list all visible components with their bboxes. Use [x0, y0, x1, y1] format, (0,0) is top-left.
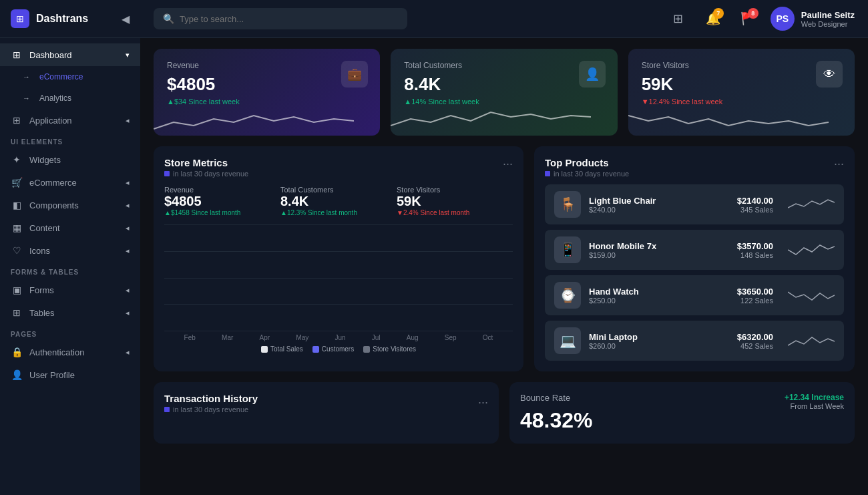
sidebar-item-application[interactable]: ⊞Application ◂	[0, 109, 140, 132]
search-box[interactable]: 🔍	[154, 8, 407, 29]
product-revenue-laptop: $6320.00 452 Sales	[737, 332, 773, 350]
metrics-sub-row: Revenue $4805 ▲$1458 Since last month To…	[164, 186, 513, 216]
sidebar-item-analytics[interactable]: →Analytics	[0, 88, 140, 109]
user-role: Web Designer	[801, 20, 855, 28]
sidebar-item-icons[interactable]: ♡Icons ◂	[0, 239, 140, 262]
transaction-subtitle: in last 30 days revenue	[164, 405, 258, 414]
arrow-icon: →	[23, 94, 30, 102]
lock-icon: 🔒	[11, 347, 23, 357]
sidebar-logo: ⊞ Dashtrans ◀	[0, 0, 140, 38]
customers-card: Total Customers 8.4K ▲14% Since last wee…	[391, 49, 617, 136]
pages-section-label: PAGES	[0, 324, 140, 341]
product-revenue-watch: $3650.00 122 Sales	[737, 287, 773, 305]
product-info-chair: Light Blue Chair $240.00	[589, 196, 729, 214]
avatar: PS	[771, 7, 795, 31]
arrow-icon: →	[23, 73, 30, 81]
chevron-right-icon: ◂	[126, 309, 130, 317]
sidebar-item-widgets[interactable]: ✦Widgets	[0, 148, 140, 171]
main-area: 🔍 ⊞ 🔔 7 🚩 8 PS Pauline Seitz Web Designe…	[140, 0, 868, 495]
bounce-increase: +12.34 Increase	[785, 393, 844, 402]
sidebar-nav: ⊞Dashboard ▾ →eCommerce →Analytics ⊞Appl…	[0, 38, 140, 495]
search-icon: 🔍	[163, 13, 174, 24]
subtitle-dot	[164, 171, 170, 176]
notifications-button[interactable]: 🔔 7	[701, 7, 725, 31]
product-revenue-mobile: $3570.00 148 Sales	[737, 241, 773, 259]
chevron-right-icon: ◂	[126, 286, 130, 295]
chevron-down-icon: ▾	[126, 51, 130, 59]
chevron-right-icon: ◂	[126, 348, 130, 357]
sidebar-item-ecommerce2[interactable]: 🛒eCommerce ◂	[0, 171, 140, 194]
user-name: Pauline Seitz	[801, 10, 855, 20]
legend-customers-dot	[312, 346, 319, 353]
messages-badge: 8	[748, 8, 758, 19]
components-icon: ◧	[11, 200, 23, 210]
store-metrics-subtitle: in last 30 days revenue	[164, 170, 248, 178]
chevron-right-icon: ◂	[126, 116, 130, 125]
product-icon-chair: 🪑	[554, 191, 581, 218]
sidebar-item-forms[interactable]: ▣Forms ◂	[0, 279, 140, 301]
product-item-mobile: 📱 Honor Mobile 7x $159.00 $3570.00 148 S…	[545, 230, 844, 270]
cart-icon: 🛒	[11, 177, 23, 188]
legend-customers: Customers	[312, 345, 354, 353]
visitors-label: Store Visitors	[642, 61, 841, 70]
search-input[interactable]	[180, 14, 398, 24]
sidebar-item-tables[interactable]: ⊞Tables ◂	[0, 301, 140, 324]
legend-store-visitors: Store Visitores	[363, 345, 416, 353]
metric-visitors: Store Visitors 59K ▼2.4% Since last mont…	[397, 186, 513, 216]
store-metrics-panel: Store Metrics in last 30 days revenue ··…	[154, 146, 523, 371]
sidebar-item-dashboard[interactable]: ⊞Dashboard ▾	[0, 43, 140, 66]
sidebar-item-content[interactable]: ▦Content ◂	[0, 216, 140, 239]
header: 🔍 ⊞ 🔔 7 🚩 8 PS Pauline Seitz Web Designe…	[140, 0, 868, 38]
content-icon: ▦	[11, 222, 23, 233]
tables-icon: ⊞	[11, 307, 23, 318]
user-profile-button[interactable]: PS Pauline Seitz Web Designer	[771, 7, 855, 31]
header-right: ⊞ 🔔 7 🚩 8 PS Pauline Seitz Web Designer	[666, 7, 855, 31]
visitors-card: Store Visitors 59K ▼12.4% Since last wee…	[628, 49, 855, 136]
sidebar-item-ecommerce[interactable]: →eCommerce	[0, 66, 140, 88]
logo: ⊞ Dashtrans	[11, 9, 88, 28]
transaction-more-button[interactable]: ...	[478, 393, 488, 407]
chart-x-labels: Feb Mar Apr May Jun Jul Aug Sep Oct	[164, 331, 513, 341]
store-metrics-title: Store Metrics	[164, 157, 248, 168]
store-metrics-header: Store Metrics in last 30 days revenue ··…	[164, 157, 513, 178]
product-sparkline-mobile	[788, 240, 835, 260]
transaction-history-panel: Transaction History in last 30 days reve…	[154, 382, 499, 444]
grid-button[interactable]: ⊞	[666, 7, 690, 31]
top-products-subtitle: in last 30 days revenue	[545, 170, 629, 178]
app-name: Dashtrans	[36, 13, 88, 25]
sidebar-item-components[interactable]: ◧Components ◂	[0, 194, 140, 216]
product-item-watch: ⌚ Hand Watch $250.00 $3650.00 122 Sales	[545, 275, 844, 315]
sidebar-item-authentication[interactable]: 🔒Authentication ◂	[0, 341, 140, 363]
notifications-badge: 7	[713, 8, 724, 19]
bar-chart: Feb Mar Apr May Jun Jul Aug Sep Oct Tota	[164, 224, 513, 358]
visitors-value: 59K	[642, 74, 841, 95]
customers-label: Total Customers	[404, 61, 604, 70]
top-products-more-button[interactable]: ···	[834, 157, 844, 171]
chart-legend: Total Sales Customers Store Visitores	[164, 345, 513, 353]
store-metrics-more-button[interactable]: ···	[503, 157, 513, 171]
chevron-right-icon: ◂	[126, 201, 130, 210]
subtitle-dot	[545, 171, 550, 176]
sidebar-item-user-profile[interactable]: 👤User Profile	[0, 363, 140, 386]
revenue-icon: 💼	[341, 61, 368, 88]
logo-icon: ⊞	[11, 9, 29, 28]
product-revenue-chair: $2140.00 345 Sales	[737, 196, 773, 214]
bounce-rate-panel: Bounce Rate 48.32% +12.34 Increase From …	[509, 382, 855, 444]
top-products-title: Top Products	[545, 157, 629, 168]
content-area: Revenue $4805 ▲$34 Since last week 💼 Tot…	[140, 38, 868, 495]
messages-button[interactable]: 🚩 8	[736, 7, 760, 31]
product-sparkline-chair	[788, 194, 835, 214]
sidebar: ⊞ Dashtrans ◀ ⊞Dashboard ▾ →eCommerce →A…	[0, 0, 140, 495]
product-info-watch: Hand Watch $250.00	[589, 287, 729, 305]
bottom-row: Transaction History in last 30 days reve…	[154, 382, 855, 444]
product-icon-watch: ⌚	[554, 282, 581, 309]
revenue-label: Revenue	[167, 61, 367, 70]
forms-section-label: FORMS & TABLES	[0, 262, 140, 279]
legend-visitors-dot	[363, 346, 370, 353]
user-details: Pauline Seitz Web Designer	[801, 10, 855, 28]
sidebar-collapse-button[interactable]: ◀	[122, 13, 130, 25]
top-products-panel: Top Products in last 30 days revenue ···…	[534, 146, 855, 371]
metric-customers: Total Customers 8.4K ▲12.3% Since last m…	[280, 186, 397, 216]
ui-elements-section-label: UI ELEMENTS	[0, 132, 140, 148]
product-list: 🪑 Light Blue Chair $240.00 $2140.00 345 …	[545, 184, 844, 361]
